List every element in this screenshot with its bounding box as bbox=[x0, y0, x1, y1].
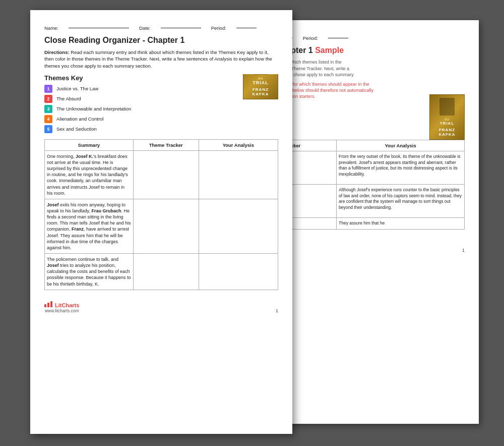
front-page: Name: Date: Period: Close Reading Organi… bbox=[30, 10, 292, 434]
front-analysis-3 bbox=[199, 254, 278, 290]
directions-bold: Directions: bbox=[44, 49, 70, 55]
theme-badge-5: 5 bbox=[44, 125, 52, 133]
bold-franz: Franz bbox=[72, 227, 84, 232]
front-tracker-1 bbox=[133, 150, 199, 199]
front-tracker-3 bbox=[133, 254, 199, 290]
front-summary-3: The policemen continue to talk, and Jose… bbox=[45, 254, 134, 290]
back-analysis-2: Although Josef's experience runs counter… bbox=[337, 185, 465, 218]
bar1 bbox=[44, 304, 46, 307]
theme-item-1: 1 Justice vs. The Law bbox=[44, 85, 238, 93]
back-analysis-partial: They assure him that he bbox=[337, 218, 465, 229]
front-book-cover: the TRIAL FRANZ KAFKA bbox=[243, 74, 278, 99]
back-period-field bbox=[328, 38, 348, 38]
theme-item-4: 4 Alienation and Control bbox=[44, 115, 278, 123]
front-analysis-2 bbox=[199, 199, 278, 253]
sample-label: Sample bbox=[315, 46, 344, 54]
front-row-3: The policemen continue to talk, and Jose… bbox=[45, 254, 278, 290]
front-table: Summary Theme Tracker Your Analysis One … bbox=[44, 139, 278, 290]
directions-text: Read each summary entry and think about … bbox=[44, 49, 272, 69]
back-page-num: 1 bbox=[462, 248, 465, 253]
bold-josef-2: Josef bbox=[47, 202, 59, 207]
front-footer: LitCharts www.litcharts.com 1 bbox=[44, 296, 278, 313]
front-litcharts-footer: LitCharts www.litcharts.com bbox=[44, 296, 79, 313]
period-field bbox=[236, 28, 257, 28]
col-tracker: Theme Tracker bbox=[133, 139, 199, 150]
theme-item-2: 2 The Absurd bbox=[44, 95, 238, 103]
back-analysis-1: From the very outset of the book, its th… bbox=[337, 151, 465, 185]
front-row-2: Josef exits his room anyway, hoping to s… bbox=[45, 199, 278, 253]
theme-label-2: The Absurd bbox=[56, 96, 81, 101]
front-tracker-2 bbox=[133, 199, 199, 253]
front-page-title: Close Reading Organizer - Chapter 1 bbox=[44, 36, 278, 45]
themes-section: the TRIAL FRANZ KAFKA Themes Key 1 Justi… bbox=[44, 74, 278, 139]
col-analysis: Your Analysis bbox=[199, 139, 278, 150]
theme-badge-3: 3 bbox=[44, 105, 52, 113]
bold-josefk: Josef K. bbox=[76, 154, 93, 159]
front-analysis-1 bbox=[199, 150, 278, 199]
back-book-cover-container: the TRIAL FRANZ KAFKA bbox=[429, 94, 465, 140]
theme-label-1: Justice vs. The Law bbox=[56, 86, 98, 91]
front-litcharts-url: www.litcharts.com bbox=[44, 308, 79, 313]
front-name-line: Name: Date: Period: bbox=[44, 25, 278, 31]
back-book-cover-person bbox=[439, 98, 455, 116]
period-label: Period: bbox=[211, 25, 226, 31]
bar2 bbox=[47, 303, 49, 307]
front-summary-1: One morning, Josef K.'s breakfast does n… bbox=[45, 150, 134, 199]
back-period-label: Period: bbox=[303, 35, 318, 41]
name-field bbox=[69, 28, 129, 28]
theme-badge-2: 2 bbox=[44, 95, 52, 103]
theme-label-3: The Unknowable and Interpretation bbox=[56, 106, 131, 112]
theme-label-5: Sex and Seduction bbox=[56, 126, 97, 132]
front-page-num: 1 bbox=[276, 308, 278, 313]
scene: Date: Period: Organizer - Chapter 1 Samp… bbox=[0, 0, 504, 446]
theme-item-5: 5 Sex and Seduction bbox=[44, 125, 278, 133]
name-label: Name: bbox=[44, 25, 58, 31]
front-summary-2: Josef exits his room anyway, hoping to s… bbox=[45, 199, 134, 253]
bold-josef-3: Josef bbox=[47, 263, 59, 268]
front-bar-icon bbox=[44, 301, 52, 307]
theme-badge-1: 1 bbox=[44, 85, 52, 93]
front-litcharts-logo: LitCharts bbox=[44, 301, 79, 308]
front-row-1: One morning, Josef K.'s breakfast does n… bbox=[45, 150, 278, 199]
front-book-cover-person bbox=[253, 74, 268, 75]
back-book-cover: the TRIAL FRANZ KAFKA bbox=[429, 94, 465, 140]
date-label: Date: bbox=[139, 25, 151, 31]
back-col-analysis: Your Analysis bbox=[337, 140, 465, 151]
theme-badge-4: 4 bbox=[44, 115, 52, 123]
theme-label-4: Alienation and Control bbox=[56, 116, 103, 122]
bold-frau: Frau Grubach bbox=[91, 208, 121, 213]
bar3 bbox=[50, 301, 52, 307]
theme-item-3: 3 The Unknowable and Interpretation bbox=[44, 105, 278, 113]
date-field bbox=[161, 28, 201, 28]
book-cover-container: the TRIAL FRANZ KAFKA bbox=[243, 74, 278, 99]
col-summary: Summary bbox=[45, 139, 134, 150]
front-directions: Directions: Read each summary entry and … bbox=[44, 49, 278, 69]
